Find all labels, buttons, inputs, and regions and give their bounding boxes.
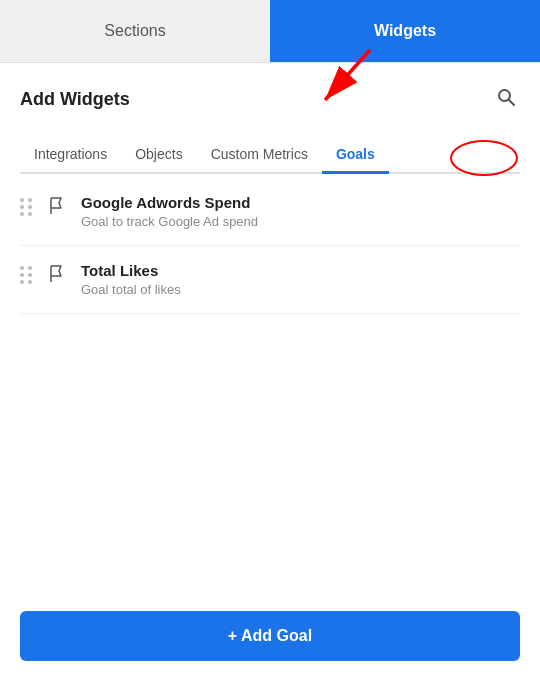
tab-goals[interactable]: Goals [322,136,389,172]
header-row: Add Widgets [20,83,520,116]
tab-objects[interactable]: Objects [121,136,196,172]
add-goal-label: + Add Goal [228,627,312,645]
sub-tabs-wrapper: Integrations Objects Custom Metrics Goal… [20,136,520,174]
tab-bar: Sections Widgets [0,0,540,63]
tab-custom-metrics[interactable]: Custom Metrics [197,136,322,172]
tab-sections-label: Sections [104,22,165,40]
tab-sections[interactable]: Sections [0,0,270,62]
goal-text: Google Adwords Spend Goal to track Googl… [81,194,520,229]
goal-title: Google Adwords Spend [81,194,520,211]
goal-desc: Goal to track Google Ad spend [81,214,520,229]
sub-tabs: Integrations Objects Custom Metrics Goal… [20,136,520,174]
add-goal-button[interactable]: + Add Goal [20,611,520,661]
drag-handle[interactable] [20,266,33,284]
search-button[interactable] [492,83,520,116]
svg-line-3 [509,100,515,106]
goal-title: Total Likes [81,262,520,279]
flag-icon [47,196,67,221]
goal-text: Total Likes Goal total of likes [81,262,520,297]
goals-list: Google Adwords Spend Goal to track Googl… [20,174,520,314]
search-icon [496,87,516,107]
page-title: Add Widgets [20,89,130,110]
goal-desc: Goal total of likes [81,282,520,297]
drag-handle[interactable] [20,198,33,216]
main-content: Add Widgets Integrations Objects Custom … [0,63,540,314]
tab-integrations[interactable]: Integrations [20,136,121,172]
tab-widgets-label: Widgets [374,22,436,40]
goal-item: Google Adwords Spend Goal to track Googl… [20,178,520,246]
bottom-bar: + Add Goal [20,611,520,661]
flag-icon [47,264,67,289]
tab-widgets[interactable]: Widgets [270,0,540,62]
goal-item: Total Likes Goal total of likes [20,246,520,314]
